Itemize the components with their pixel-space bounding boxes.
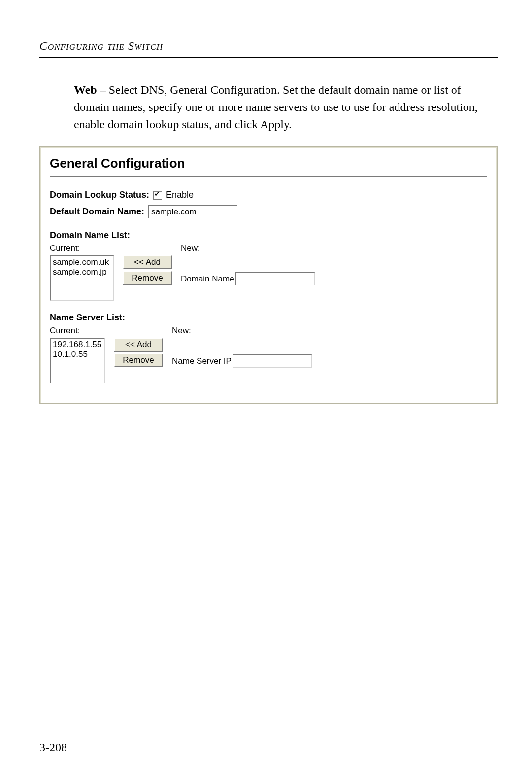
domain-list-new-label: New: <box>181 244 315 253</box>
page-number: 3-208 <box>39 741 67 754</box>
ns-list-current-col: Current: 192.168.1.55 10.1.0.55 <box>50 326 105 383</box>
list-item[interactable]: sample.com.jp <box>53 267 111 277</box>
instructions-paragraph: Web – Select DNS, General Configuration.… <box>74 81 493 133</box>
default-domain-input[interactable] <box>148 205 237 218</box>
domain-list-new-row: Domain Name <box>181 272 315 285</box>
domain-list-current-label: Current: <box>50 244 114 253</box>
instructions-lead: Web <box>74 83 97 96</box>
domain-list-button-col: << Add Remove <box>123 255 172 285</box>
domain-list-current-col: Current: sample.com.uk sample.com.jp <box>50 244 114 301</box>
config-panel: General Configuration Domain Lookup Stat… <box>39 146 498 404</box>
list-item[interactable]: sample.com.uk <box>53 257 111 267</box>
panel-title: General Configuration <box>50 156 487 171</box>
list-item[interactable]: 192.168.1.55 <box>53 340 102 350</box>
ns-remove-button[interactable]: Remove <box>114 353 163 367</box>
ns-list-new-col: New: Name Server IP <box>172 326 312 368</box>
ns-list-listbox[interactable]: 192.168.1.55 10.1.0.55 <box>50 338 105 383</box>
domain-list-section-label: Domain Name List: <box>50 230 487 241</box>
ns-ip-input-label: Name Server IP <box>172 356 232 366</box>
domain-list-columns: Current: sample.com.uk sample.com.jp << … <box>50 244 487 301</box>
ns-list-columns: Current: 192.168.1.55 10.1.0.55 << Add R… <box>50 326 487 383</box>
ns-list-new-label: New: <box>172 326 312 336</box>
domain-remove-button[interactable]: Remove <box>123 271 172 285</box>
header-rule <box>39 57 498 58</box>
default-domain-row: Default Domain Name: <box>50 205 487 218</box>
config-panel-inner: General Configuration Domain Lookup Stat… <box>40 147 497 403</box>
page-header-title: Configuring the Switch <box>39 39 498 53</box>
domain-add-button[interactable]: << Add <box>123 255 172 269</box>
ns-list-new-row: Name Server IP <box>172 354 312 368</box>
domain-name-input[interactable] <box>235 272 315 285</box>
domain-list-new-col: New: Domain Name <box>181 244 315 285</box>
domain-lookup-checkbox[interactable] <box>153 191 162 200</box>
domain-lookup-enable-label: Enable <box>166 190 194 200</box>
panel-title-rule <box>50 176 487 177</box>
ns-list-button-col: << Add Remove <box>114 338 163 367</box>
domain-list-listbox[interactable]: sample.com.uk sample.com.jp <box>50 255 114 301</box>
list-item[interactable]: 10.1.0.55 <box>53 350 102 359</box>
domain-name-input-label: Domain Name <box>181 274 234 284</box>
domain-lookup-row: Domain Lookup Status: Enable <box>50 190 487 200</box>
ns-list-section-label: Name Server List: <box>50 313 487 323</box>
ns-ip-input[interactable] <box>233 354 312 368</box>
ns-add-button[interactable]: << Add <box>114 338 163 352</box>
domain-lookup-label: Domain Lookup Status: <box>50 190 149 200</box>
default-domain-label: Default Domain Name: <box>50 207 144 217</box>
ns-list-current-label: Current: <box>50 326 105 336</box>
instructions-body: – Select DNS, General Configuration. Set… <box>74 83 478 131</box>
